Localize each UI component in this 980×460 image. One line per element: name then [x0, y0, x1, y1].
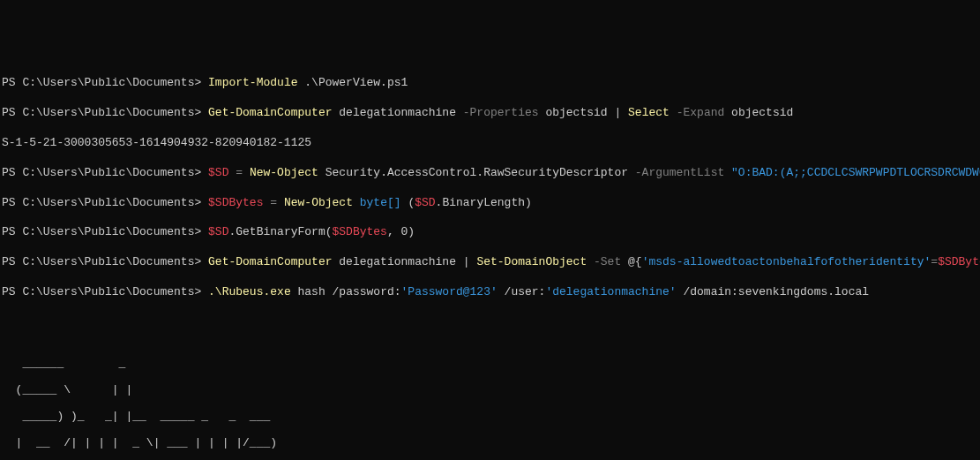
prompt: PS C:\Users\Public\Documents>	[2, 76, 201, 89]
rubeus-ascii-art: ______ _ (_____ \ | | _____) )_ _| |__ _…	[2, 344, 978, 460]
command-line-4: PS C:\Users\Public\Documents> $SDBytes =…	[2, 196, 978, 211]
command-line-5: PS C:\Users\Public\Documents> $SD.GetBin…	[2, 225, 978, 240]
command-line-3: PS C:\Users\Public\Documents> $SD = New-…	[2, 166, 978, 181]
command-line-2: PS C:\Users\Public\Documents> Get-Domain…	[2, 106, 978, 121]
output-sid: S-1-5-21-3000305653-1614904932-820940182…	[2, 136, 978, 151]
cmd-import: Import-Module	[208, 76, 297, 89]
command-line-6: PS C:\Users\Public\Documents> Get-Domain…	[2, 255, 978, 270]
command-line-7: PS C:\Users\Public\Documents> .\Rubeus.e…	[2, 285, 978, 300]
terminal-output[interactable]: PS C:\Users\Public\Documents> Import-Mod…	[2, 62, 978, 460]
command-line-1: PS C:\Users\Public\Documents> Import-Mod…	[2, 76, 978, 91]
